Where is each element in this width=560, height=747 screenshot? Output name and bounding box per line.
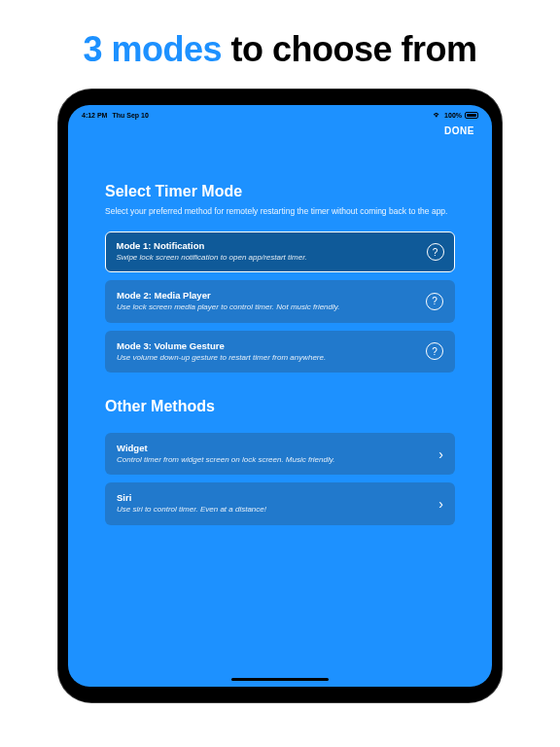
done-button[interactable]: DONE — [444, 125, 474, 136]
home-indicator — [231, 678, 329, 681]
other-methods-title: Other Methods — [105, 398, 455, 415]
other-method-desc: Use siri to control timer. Even at a dis… — [117, 505, 431, 515]
mode-option-title: Mode 1: Notification — [117, 240, 419, 251]
chevron-right-icon: › — [438, 446, 443, 462]
page-headline: 3 modes to choose from — [0, 0, 560, 89]
mode-option-media-player[interactable]: Mode 2: Media Player Use lock screen med… — [105, 280, 455, 322]
status-bar: 4:12 PM Thu Sep 10 ᯤ 100% — [68, 105, 492, 122]
other-method-text: Widget Control timer from widget screen … — [117, 443, 438, 465]
other-method-siri[interactable]: Siri Use siri to control timer. Even at … — [105, 482, 455, 524]
tablet-bezel: 4:12 PM Thu Sep 10 ᯤ 100% DONE Select Ti… — [58, 89, 502, 702]
other-method-desc: Control timer from widget screen on lock… — [117, 455, 431, 465]
other-method-title: Widget — [117, 443, 431, 453]
battery-percent: 100% — [444, 112, 462, 119]
mode-option-desc: Swipe lock screen notification to open a… — [117, 253, 419, 263]
help-icon[interactable]: ? — [426, 342, 443, 360]
timer-mode-subtitle: Select your preferred method for remotel… — [105, 206, 455, 218]
tablet-screen: 4:12 PM Thu Sep 10 ᯤ 100% DONE Select Ti… — [68, 105, 492, 687]
device-frame: 4:12 PM Thu Sep 10 ᯤ 100% DONE Select Ti… — [0, 89, 560, 702]
mode-option-text: Mode 2: Media Player Use lock screen med… — [117, 290, 426, 312]
chevron-right-icon: › — [438, 496, 443, 512]
mode-option-volume-gesture[interactable]: Mode 3: Volume Gesture Use volume down-u… — [105, 331, 455, 373]
mode-option-text: Mode 3: Volume Gesture Use volume down-u… — [117, 340, 426, 363]
mode-option-title: Mode 2: Media Player — [117, 290, 418, 301]
status-time: 4:12 PM — [82, 112, 107, 119]
help-icon[interactable]: ? — [426, 293, 443, 310]
status-right: ᯤ 100% — [434, 111, 478, 120]
mode-option-desc: Use lock screen media player to control … — [117, 302, 418, 312]
wifi-icon: ᯤ — [434, 111, 441, 120]
battery-icon — [465, 112, 478, 119]
other-method-text: Siri Use siri to control timer. Even at … — [117, 492, 438, 515]
nav-bar: DONE — [68, 122, 492, 136]
headline-accent: 3 modes — [83, 29, 222, 69]
mode-option-title: Mode 3: Volume Gesture — [117, 340, 418, 351]
main-content: Select Timer Mode Select your preferred … — [68, 136, 492, 525]
other-method-widget[interactable]: Widget Control timer from widget screen … — [105, 433, 455, 475]
headline-rest: to choose from — [222, 29, 477, 69]
timer-mode-title: Select Timer Mode — [105, 183, 455, 200]
mode-option-notification[interactable]: Mode 1: Notification Swipe lock screen n… — [105, 231, 455, 272]
help-icon[interactable]: ? — [427, 243, 444, 261]
status-date: Thu Sep 10 — [112, 112, 148, 119]
mode-option-text: Mode 1: Notification Swipe lock screen n… — [117, 240, 427, 263]
mode-option-desc: Use volume down-up gesture to restart ti… — [117, 353, 418, 363]
other-method-title: Siri — [117, 492, 431, 503]
status-left: 4:12 PM Thu Sep 10 — [82, 112, 149, 119]
other-methods-section: Other Methods Widget Control timer from … — [105, 398, 455, 525]
